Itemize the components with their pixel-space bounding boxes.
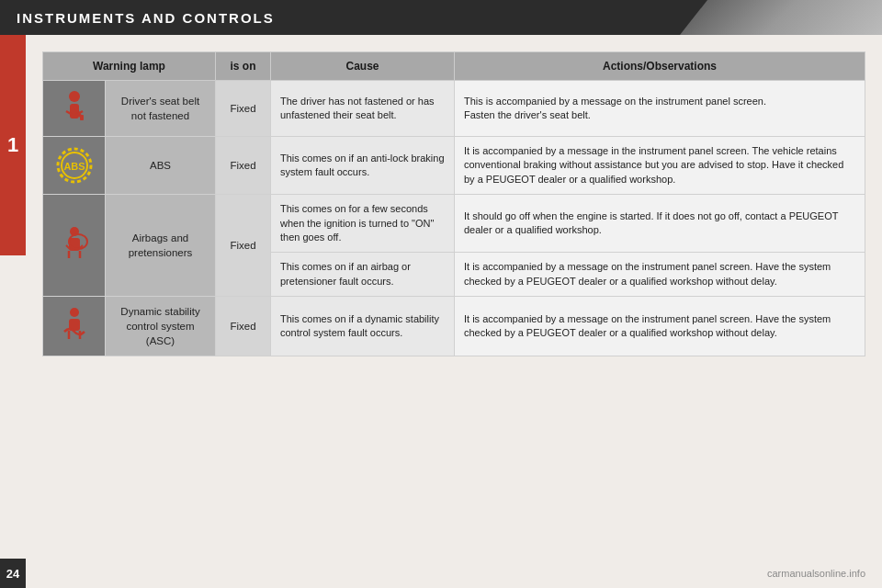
seatbelt-lamp-name: Driver's seat belt not fastened (106, 81, 216, 137)
chapter-number: 1 (7, 133, 18, 157)
airbag-icon-cell (43, 195, 106, 297)
col-cause: Cause (271, 52, 455, 81)
table-row: Driver's seat belt not fastened Fixed Th… (43, 81, 865, 137)
airbag-icon (54, 225, 95, 266)
seatbelt-ison: Fixed (216, 81, 271, 137)
svg-text:ABS: ABS (63, 161, 85, 172)
abs-actions: It is accompanied by a message in the in… (455, 137, 865, 195)
dsc-icon (54, 306, 95, 346)
abs-icon: ABS (54, 145, 95, 186)
table-row: Dynamic stability control system (ASC) F… (43, 297, 865, 356)
dsc-lamp-name: Dynamic stability control system (ASC) (106, 297, 216, 356)
abs-icon-cell: ABS (43, 137, 106, 195)
col-actions: Actions/Observations (455, 52, 865, 81)
col-warning-lamp: Warning lamp (43, 52, 216, 81)
airbag-cause-1: This comes on for a few seconds when the… (271, 195, 455, 253)
page-number: 24 (0, 559, 26, 588)
seatbelt-cause: The driver has not fastened or has unfas… (271, 81, 455, 137)
airbag-actions-2: It is accompanied by a message on the in… (455, 253, 865, 297)
table-row: ABS ABS Fixed This comes on if an anti-l… (43, 137, 865, 195)
svg-rect-3 (80, 115, 84, 120)
main-content: Warning lamp is on Cause Actions/Observa… (26, 35, 882, 366)
page-title: INSTRUMENTS and CONTROLS (17, 10, 275, 26)
svg-point-16 (70, 308, 79, 317)
col-is-on: is on (216, 52, 271, 81)
dsc-ison: Fixed (216, 297, 271, 356)
abs-lamp-name: ABS (106, 137, 216, 195)
dsc-cause: This comes on if a dynamic stability con… (271, 297, 455, 356)
dsc-actions: It is accompanied by a message on the in… (455, 297, 865, 356)
header-bar: INSTRUMENTS and CONTROLS (0, 0, 882, 35)
seatbelt-icon (54, 88, 95, 129)
airbag-actions-1: It should go off when the engine is star… (455, 195, 865, 253)
seatbelt-icon-cell (43, 81, 106, 137)
airbag-ison: Fixed (216, 195, 271, 297)
airbag-lamp-name: Airbags and pretensioners (106, 195, 216, 297)
abs-cause: This comes on if an anti-lock braking sy… (271, 137, 455, 195)
dsc-icon-cell (43, 297, 106, 356)
svg-point-0 (69, 91, 80, 102)
warning-lamp-table: Warning lamp is on Cause Actions/Observa… (42, 51, 865, 356)
abs-ison: Fixed (216, 137, 271, 195)
footer-watermark: carmanualsonline.info (767, 568, 865, 579)
seatbelt-actions: This is accompanied by a message on the … (455, 81, 865, 137)
table-row: Airbags and pretensioners Fixed This com… (43, 195, 865, 253)
airbag-cause-2: This comes on if an airbag or pretension… (271, 253, 455, 297)
chapter-tab: 1 (0, 35, 26, 255)
